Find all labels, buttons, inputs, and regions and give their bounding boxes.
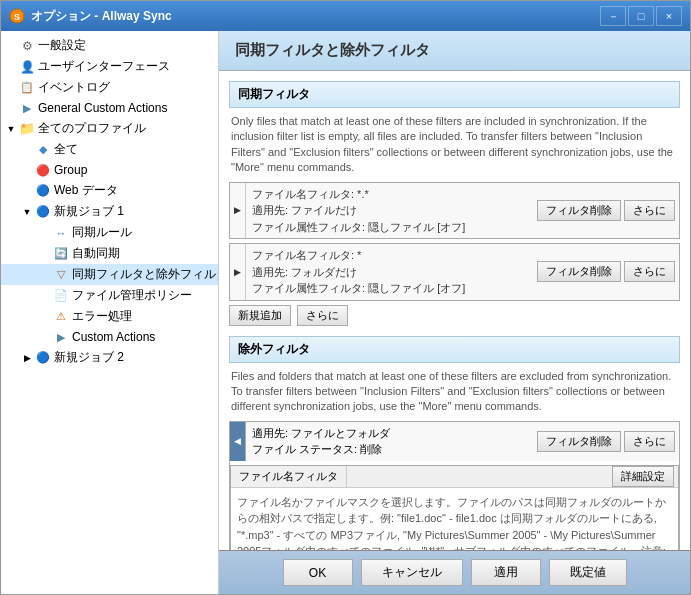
title-bar-buttons: － □ × xyxy=(600,6,682,26)
expand-placeholder xyxy=(39,290,51,302)
sidebar-item-custom-actions[interactable]: ▶ General Custom Actions xyxy=(1,98,218,118)
sidebar-label-job2: 新規ジョブ 2 xyxy=(54,349,124,366)
filter-filename-2: ファイル名フィルタ: * xyxy=(252,247,527,264)
error-icon: ⚠ xyxy=(53,309,69,325)
sync-filter-header: 同期フィルタ xyxy=(229,81,680,108)
excl-expand-btn[interactable]: ◀ xyxy=(230,422,246,461)
excl-delete-btn[interactable]: フィルタ削除 xyxy=(537,431,621,452)
sidebar-item-all[interactable]: ◆ 全て xyxy=(1,139,218,160)
filter-attribute-1: ファイル属性フィルタ: 隠しファイル [オフ] xyxy=(252,219,527,236)
sync-add-btn[interactable]: 新規追加 xyxy=(229,305,291,326)
filter-info-1: ファイル名フィルタ: *.* 適用先: ファイルだけ ファイル属性フィルタ: 隠… xyxy=(246,183,533,239)
sidebar-item-ui[interactable]: 👤 ユーザインターフェース xyxy=(1,56,218,77)
minimize-button[interactable]: － xyxy=(600,6,626,26)
window-title: オプション - Allway Sync xyxy=(31,8,600,25)
sidebar-label-sync-rule: 同期ルール xyxy=(72,224,132,241)
sidebar-item-file-policy[interactable]: 📄 ファイル管理ポリシー xyxy=(1,285,218,306)
filename-detail-btn[interactable]: 詳細設定 xyxy=(612,466,674,487)
sidebar-item-job2[interactable]: ▶ 🔵 新規ジョブ 2 xyxy=(1,347,218,368)
cube-blue2-icon: 🔵 xyxy=(35,350,51,366)
filter-delete-btn-2[interactable]: フィルタ削除 xyxy=(537,261,621,282)
sidebar-item-job1[interactable]: ▼ 🔵 新規ジョブ 1 xyxy=(1,201,218,222)
sync-icon: ↔ xyxy=(53,225,69,241)
filter-attribute-2: ファイル属性フィルタ: 隠しファイル [オフ] xyxy=(252,280,527,297)
filter-delete-btn-1[interactable]: フィルタ削除 xyxy=(537,200,621,221)
sidebar-item-all-profiles[interactable]: ▼ 📁 全てのプロファイル xyxy=(1,118,218,139)
sync-filter-header-text: 同期フィルタ xyxy=(238,87,310,101)
filename-filter-header: ファイル名フィルタ 詳細設定 xyxy=(231,466,678,488)
filter-info-2: ファイル名フィルタ: * 適用先: フォルダだけ ファイル属性フィルタ: 隠しフ… xyxy=(246,244,533,300)
filter-expand-btn-1[interactable]: ▶ xyxy=(230,183,246,239)
maximize-button[interactable]: □ xyxy=(628,6,654,26)
sidebar-label-job1: 新規ジョブ 1 xyxy=(54,203,124,220)
sidebar-label-webdata: Web データ xyxy=(54,182,118,199)
filter-apply-1: 適用先: ファイルだけ xyxy=(252,202,527,219)
filename-filter-label: ファイル名フィルタ xyxy=(231,466,347,487)
sidebar-label-error-handling: エラー処理 xyxy=(72,308,132,325)
filter-filename-1: ファイル名フィルタ: *.* xyxy=(252,186,527,203)
exclusion-filter-desc: Files and folders that match at least on… xyxy=(229,369,680,415)
expand-placeholder xyxy=(5,102,17,114)
sidebar-label-general: 一般設定 xyxy=(38,37,86,54)
sync-more-btn[interactable]: さらに xyxy=(297,305,348,326)
action2-icon: ▶ xyxy=(53,329,69,345)
expand-placeholder xyxy=(21,144,33,156)
sidebar-item-custom-actions2[interactable]: ▶ Custom Actions xyxy=(1,327,218,347)
expand-placeholder xyxy=(5,82,17,94)
expand-placeholder xyxy=(39,248,51,260)
sidebar-item-sync-rule[interactable]: ↔ 同期ルール xyxy=(1,222,218,243)
close-button[interactable]: × xyxy=(656,6,682,26)
panel-body: 同期フィルタ Only files that match at least on… xyxy=(219,71,690,550)
apply-button[interactable]: 適用 xyxy=(471,559,541,586)
app-icon: S xyxy=(9,8,25,24)
right-panel: 同期フィルタと除外フィルタ 同期フィルタ Only files that mat… xyxy=(219,31,690,594)
excl-status: ファイル ステータス: 削除 xyxy=(252,441,527,458)
exclusion-filter-row: ◀ 適用先: ファイルとフォルダ ファイル ステータス: 削除 フィルタ削除 さ… xyxy=(229,421,680,550)
cube-blue-icon: 🔵 xyxy=(35,183,51,199)
expand-placeholder xyxy=(5,61,17,73)
sidebar-label-custom-actions2: Custom Actions xyxy=(72,330,155,344)
sidebar-item-general[interactable]: ⚙ 一般設定 xyxy=(1,35,218,56)
filter-expand-btn-2[interactable]: ▶ xyxy=(230,244,246,300)
sidebar-label-file-policy: ファイル管理ポリシー xyxy=(72,287,192,304)
log-icon: 📋 xyxy=(19,80,35,96)
expand-placeholder xyxy=(39,269,51,281)
filter-actions-1: フィルタ削除 さらに xyxy=(533,183,679,239)
sidebar-label-all: 全て xyxy=(54,141,78,158)
title-bar: S オプション - Allway Sync － □ × xyxy=(1,1,690,31)
sidebar-item-webdata[interactable]: 🔵 Web データ xyxy=(1,180,218,201)
svg-text:S: S xyxy=(14,12,20,22)
ok-button[interactable]: OK xyxy=(283,559,353,586)
filter-more-btn-2[interactable]: さらに xyxy=(624,261,675,282)
sidebar-label-all-profiles: 全てのプロファイル xyxy=(38,120,146,137)
user-icon: 👤 xyxy=(19,59,35,75)
filename-filter-content: ファイル名かファイルマスクを選択します。ファイルのパスは同期フォルダのルートから… xyxy=(231,488,678,550)
sync-filter-row-2: ▶ ファイル名フィルタ: * 適用先: フォルダだけ ファイル属性フィルタ: 隠… xyxy=(229,243,680,301)
sync-add-row: 新規追加 さらに xyxy=(229,305,680,326)
folder-icon: 📁 xyxy=(19,121,35,137)
excl-apply: 適用先: ファイルとフォルダ xyxy=(252,425,527,442)
sidebar-item-error-handling[interactable]: ⚠ エラー処理 xyxy=(1,306,218,327)
default-button[interactable]: 既定値 xyxy=(549,559,627,586)
sidebar-item-sync-filter[interactable]: ▽ 同期フィルタと除外フィルタ xyxy=(1,264,218,285)
excl-more-btn[interactable]: さらに xyxy=(624,431,675,452)
sync-filter-row-1: ▶ ファイル名フィルタ: *.* 適用先: ファイルだけ ファイル属性フィルタ:… xyxy=(229,182,680,240)
expand-placeholder xyxy=(39,311,51,323)
sidebar-item-group[interactable]: 🔴 Group xyxy=(1,160,218,180)
expand-job1-icon: ▼ xyxy=(21,206,33,218)
filter-row-2-header: ▶ ファイル名フィルタ: * 適用先: フォルダだけ ファイル属性フィルタ: 隠… xyxy=(230,244,679,300)
sidebar-label-ui: ユーザインターフェース xyxy=(38,58,170,75)
sidebar-item-eventlog[interactable]: 📋 イベントログ xyxy=(1,77,218,98)
excl-row-header: ◀ 適用先: ファイルとフォルダ ファイル ステータス: 削除 フィルタ削除 さ… xyxy=(230,422,679,461)
action-icon: ▶ xyxy=(19,100,35,116)
sidebar-label-sync-filter: 同期フィルタと除外フィルタ xyxy=(72,266,219,283)
policy-icon: 📄 xyxy=(53,288,69,304)
excl-info: 適用先: ファイルとフォルダ ファイル ステータス: 削除 xyxy=(246,422,533,461)
sidebar-label-custom-actions: General Custom Actions xyxy=(38,101,167,115)
filter-more-btn-1[interactable]: さらに xyxy=(624,200,675,221)
sidebar: ⚙ 一般設定 👤 ユーザインターフェース 📋 イベントログ ▶ General … xyxy=(1,31,219,594)
expand-placeholder xyxy=(39,331,51,343)
cancel-button[interactable]: キャンセル xyxy=(361,559,463,586)
sidebar-item-auto-sync[interactable]: 🔄 自動同期 xyxy=(1,243,218,264)
filename-filter-actions: 詳細設定 xyxy=(612,466,678,487)
